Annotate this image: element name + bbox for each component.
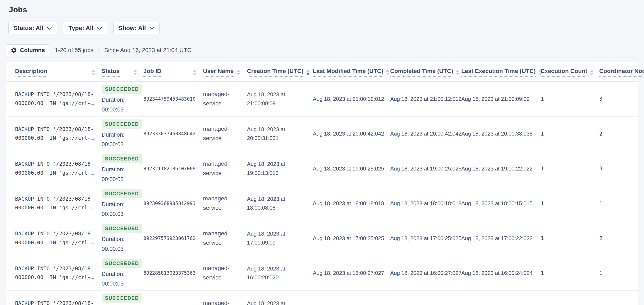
execution-count-cell: 1 [537,151,596,186]
job-description-line1: BACKUP INTO '/2023/08/18- [15,160,95,169]
table-row[interactable]: BACKUP INTO '/2023/08/18- 000000.00' IN … [6,116,638,151]
duration-label: Duration: [102,236,137,243]
column-header-execution_count[interactable]: Execution Count [537,62,596,82]
column-header-creation_time[interactable]: Creation Time (UTC) [244,62,310,82]
column-header-job_id[interactable]: Job ID [140,62,200,82]
table-row[interactable]: BACKUP INTO '/2023/08/18- 000000.00' IN … [6,186,638,221]
job-id-cell: 892285813023375363 [140,256,200,290]
job-status-cell: SUCCEEDED Duration: 00:00:03 [98,256,140,290]
column-header-label: Execution Count [541,68,587,77]
column-header-user_name[interactable]: User Name [200,62,244,82]
coordinator-node-cell: 2 [596,221,638,256]
duration-value: 00:00:03 [102,246,137,253]
job-description-cell[interactable]: BACKUP INTO '/2023/08/18- 000000.00' IN … [6,256,98,290]
sort-desc-icon [456,73,459,75]
job-description-line2: 000000.00' IN 'gs://crl-… [15,134,95,143]
table-row[interactable]: BACKUP INTO '/2023/08/18- 000000.00' IN … [6,256,638,290]
job-description-cell[interactable]: BACKUP INTO '/2023/08/18- 000000.00' IN … [6,151,98,186]
job-status-cell: SUCCEEDED Duration: 00:00:03 [98,290,140,305]
creation-time-cell: Aug 18, 2023 at 21:00:09:09 [244,82,310,117]
sort-desc-icon [92,73,95,75]
job-description-line2: 000000.00' IN 'gs://crl-… [15,203,95,212]
sort-icon[interactable] [587,70,594,75]
sort-icon[interactable] [304,70,310,75]
coordinator-node-cell: 2 [596,116,638,151]
job-description-line2: 000000.00' IN 'gs://crl-… [15,99,95,108]
column-header-description[interactable]: Description [6,62,98,82]
sort-icon[interactable] [190,70,196,75]
sort-desc-icon [193,73,196,75]
user-name-cell: managed-service [200,116,244,151]
job-description-cell[interactable]: BACKUP INTO '/2023/08/18- 000000.00' IN … [6,290,98,305]
column-header-label: Creation Time (UTC) [247,68,304,77]
last-modified-time-cell: Aug 18, 2023 at 15:00:08:08 [310,290,387,305]
completed-time-cell: Aug 18, 2023 at 17:00:25:025 [387,221,458,256]
sort-asc-icon [306,70,310,72]
column-header-label: Last Execution Time (UTC) [461,68,536,77]
column-header-coordinator_node[interactable]: Coordinator Node [596,62,638,82]
last-modified-time-cell: Aug 18, 2023 at 17:00:25:025 [310,221,387,256]
table-row[interactable]: BACKUP INTO '/2023/08/18- 000000.00' IN … [6,82,638,117]
duration-value: 00:00:03 [102,141,137,148]
sort-icon[interactable] [383,70,390,75]
job-description-line1: BACKUP INTO '/2023/08/18- [15,264,95,273]
job-id-cell: 892297573923061762 [140,221,200,256]
status-filter-dropdown[interactable]: Status: All [8,22,57,34]
job-id-cell: 892309368985812993 [140,186,200,221]
column-header-completed_time[interactable]: Completed Time (UTC) [387,62,458,82]
job-status-cell: SUCCEEDED Duration: 00:00:03 [98,82,140,117]
last-execution-time-cell: Aug 18, 2023 at 20:00:38:038 [458,116,537,151]
job-description-cell[interactable]: BACKUP INTO '/2023/08/18- 000000.00' IN … [6,116,98,151]
chevron-down-icon [47,27,52,30]
status-badge: SUCCEEDED [102,85,142,94]
last-execution-time-cell: Aug 18, 2023 at 17:00:22:022 [458,221,537,256]
coordinator-node-cell: 3 [596,151,638,186]
sort-icon[interactable] [234,70,240,75]
sort-asc-icon [193,70,196,72]
last-modified-time-cell: Aug 18, 2023 at 20:00:42:042 [310,116,387,151]
table-row[interactable]: BACKUP INTO '/2023/08/18- 000000.00' IN … [6,221,638,256]
table-row[interactable]: BACKUP INTO '/2023/08/18- 000000.00' IN … [6,151,638,186]
column-header-label: Completed Time (UTC) [390,68,453,77]
duration-label: Duration: [102,131,137,138]
execution-count-cell: 1 [537,116,596,151]
show-filter-dropdown[interactable]: Show: All [113,22,160,34]
job-description-line2: 000000.00' IN 'gs://crl-… [15,238,95,247]
coordinator-node-cell: 3 [596,290,638,305]
job-description-cell[interactable]: BACKUP INTO '/2023/08/18- 000000.00' IN … [6,221,98,256]
status-filter-label: Status: All [14,25,43,32]
job-description-line1: BACKUP INTO '/2023/08/18- [15,195,95,204]
last-modified-time-cell: Aug 18, 2023 at 18:00:18:018 [310,186,387,221]
show-filter-label: Show: All [118,25,146,32]
last-execution-time-cell: Aug 18, 2023 at 19:00:22:022 [458,151,537,186]
column-header-last_execution_time[interactable]: Last Execution Time (UTC) [458,62,537,82]
job-status-cell: SUCCEEDED Duration: 00:00:03 [98,186,140,221]
sort-icon[interactable] [89,70,95,75]
user-name-cell: managed-service [200,256,244,290]
job-id-cell: 892344759453483010 [140,82,200,117]
page-title: Jobs [0,0,644,14]
job-description-cell[interactable]: BACKUP INTO '/2023/08/18- 000000.00' IN … [6,82,98,117]
coordinator-node-cell: 1 [596,256,638,290]
duration-label: Duration: [102,201,137,208]
user-name-cell: managed-service [200,186,244,221]
type-filter-dropdown[interactable]: Type: All [63,22,107,34]
sort-icon[interactable] [130,70,137,75]
execution-count-cell: 1 [537,290,596,305]
sort-asc-icon [590,70,594,72]
column-header-status[interactable]: Status [98,62,140,82]
completed-time-cell: Aug 18, 2023 at 16:00:27:027 [387,256,458,290]
user-name-cell: managed-service [200,151,244,186]
table-row[interactable]: BACKUP INTO '/2023/08/18- 000000.00' IN … [6,290,638,305]
user-name-cell: managed-service [200,82,244,117]
column-header-last_modified_time[interactable]: Last Modified Time (UTC) [310,62,387,82]
sort-desc-icon [237,73,240,75]
sort-icon[interactable] [453,70,459,75]
duration-label: Duration: [102,271,137,278]
filter-bar: Status: All Type: All Show: All [8,22,644,34]
user-name-cell: managed-service [200,290,244,305]
job-description-cell[interactable]: BACKUP INTO '/2023/08/18- 000000.00' IN … [6,186,98,221]
columns-button[interactable]: Columns [6,44,50,56]
completed-time-cell: Aug 18, 2023 at 21:00:12:012 [387,82,458,117]
columns-button-label: Columns [20,47,45,54]
